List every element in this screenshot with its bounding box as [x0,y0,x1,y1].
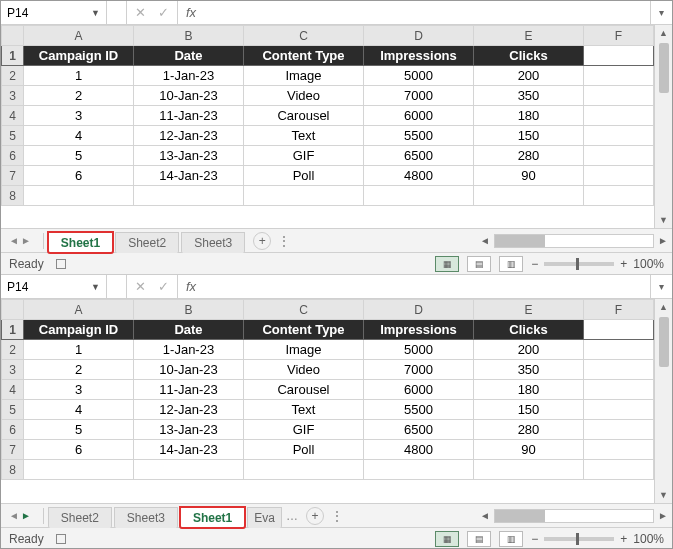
table-row[interactable]: 6513-Jan-23GIF6500280 [2,146,654,166]
horizontal-scrollbar[interactable]: ◄ ► [476,229,672,252]
sheet-tab[interactable]: Eva [247,507,282,528]
cell[interactable] [584,420,654,440]
enter-icon[interactable]: ✓ [158,279,169,294]
cell[interactable]: 280 [474,420,584,440]
page-layout-view-button[interactable]: ▤ [467,531,491,547]
cell[interactable] [364,186,474,206]
cell[interactable] [584,86,654,106]
zoom-thumb[interactable] [576,533,579,545]
cell[interactable]: 14-Jan-23 [134,166,244,186]
cell[interactable]: Date [134,46,244,66]
cell[interactable] [24,186,134,206]
chevron-down-icon[interactable]: ▼ [91,282,100,292]
table-row[interactable]: 5412-Jan-23Text5500150 [2,400,654,420]
scrollbar-thumb[interactable] [659,317,669,367]
row-header[interactable]: 8 [2,460,24,480]
scrollbar-track[interactable] [494,234,654,248]
cell[interactable]: 350 [474,360,584,380]
zoom-control[interactable]: − + 100% [531,532,664,546]
row-header[interactable]: 2 [2,66,24,86]
cell[interactable]: 1-Jan-23 [134,66,244,86]
cancel-icon[interactable]: ✕ [135,279,146,294]
cell[interactable]: 3 [24,106,134,126]
cell[interactable] [584,360,654,380]
cell[interactable]: 6000 [364,106,474,126]
cell[interactable]: 350 [474,86,584,106]
zoom-in-icon[interactable]: + [620,257,627,271]
cell[interactable] [584,400,654,420]
cell[interactable] [584,186,654,206]
scrollbar-thumb[interactable] [495,235,545,247]
cell[interactable]: 2 [24,86,134,106]
scrollbar-track[interactable] [494,509,654,523]
cell[interactable]: Impressions [364,46,474,66]
cell[interactable]: Clicks [474,320,584,340]
cell[interactable]: Video [244,86,364,106]
zoom-slider[interactable] [544,537,614,541]
tab-grip-icon[interactable]: ⋮ [330,508,345,524]
cell[interactable]: Text [244,126,364,146]
cell[interactable]: Content Type [244,320,364,340]
cell[interactable]: 13-Jan-23 [134,146,244,166]
sheet-tab[interactable]: Sheet3 [181,232,245,253]
cell[interactable]: Image [244,340,364,360]
row-header[interactable]: 5 [2,400,24,420]
col-header[interactable]: B [134,300,244,320]
cell[interactable]: 6500 [364,420,474,440]
tab-grip-icon[interactable]: ⋮ [277,233,292,249]
scroll-right-icon[interactable]: ► [654,510,672,521]
col-header[interactable]: F [584,300,654,320]
zoom-out-icon[interactable]: − [531,257,538,271]
table-row[interactable]: 5412-Jan-23Text5500150 [2,126,654,146]
nav-prev-icon[interactable]: ◄ [9,235,19,246]
enter-icon[interactable]: ✓ [158,5,169,20]
col-header[interactable]: C [244,26,364,46]
row-header[interactable]: 1 [2,320,24,340]
sheet-tab[interactable]: Sheet1 [180,507,245,528]
cell[interactable]: Video [244,360,364,380]
new-sheet-button[interactable]: + [306,507,324,525]
nav-prev-icon[interactable]: ◄ [9,510,19,521]
row-header[interactable]: 4 [2,106,24,126]
table-row[interactable]: 6513-Jan-23GIF6500280 [2,420,654,440]
cell[interactable]: GIF [244,146,364,166]
cell[interactable] [584,320,654,340]
cell[interactable]: 2 [24,360,134,380]
cell[interactable]: GIF [244,420,364,440]
col-header[interactable]: B [134,26,244,46]
cell[interactable]: 5500 [364,400,474,420]
expand-formula-bar-icon[interactable]: ▾ [650,275,672,298]
cell[interactable]: Clicks [474,46,584,66]
col-header[interactable]: A [24,26,134,46]
cell[interactable]: 13-Jan-23 [134,420,244,440]
spreadsheet-grid[interactable]: A B C D E F 1 Campaign ID Date Content T… [1,299,654,503]
cell[interactable]: 11-Jan-23 [134,380,244,400]
row-header[interactable]: 6 [2,146,24,166]
cell[interactable]: 10-Jan-23 [134,86,244,106]
sheet-tab[interactable]: Sheet2 [115,232,179,253]
col-header[interactable]: E [474,300,584,320]
zoom-in-icon[interactable]: + [620,532,627,546]
zoom-level[interactable]: 100% [633,532,664,546]
row-header[interactable]: 8 [2,186,24,206]
horizontal-scrollbar[interactable]: ◄ ► [476,504,672,527]
scroll-left-icon[interactable]: ◄ [476,235,494,246]
page-break-view-button[interactable]: ▥ [499,256,523,272]
scrollbar-thumb[interactable] [495,510,545,522]
select-all[interactable] [2,26,24,46]
tab-overflow-icon[interactable]: … [286,509,298,523]
cell[interactable] [584,66,654,86]
table-row[interactable]: 1 Campaign ID Date Content Type Impressi… [2,46,654,66]
cell[interactable] [364,460,474,480]
fx-label[interactable]: fx [178,1,204,24]
row-header[interactable]: 3 [2,86,24,106]
normal-view-button[interactable]: ▦ [435,531,459,547]
scroll-left-icon[interactable]: ◄ [476,510,494,521]
macro-record-icon[interactable] [56,534,66,544]
cell[interactable]: 3 [24,380,134,400]
cell[interactable] [474,460,584,480]
cell[interactable]: Carousel [244,380,364,400]
fx-label[interactable]: fx [178,275,204,298]
table-row[interactable]: 211-Jan-23Image5000200 [2,340,654,360]
cell[interactable]: Text [244,400,364,420]
